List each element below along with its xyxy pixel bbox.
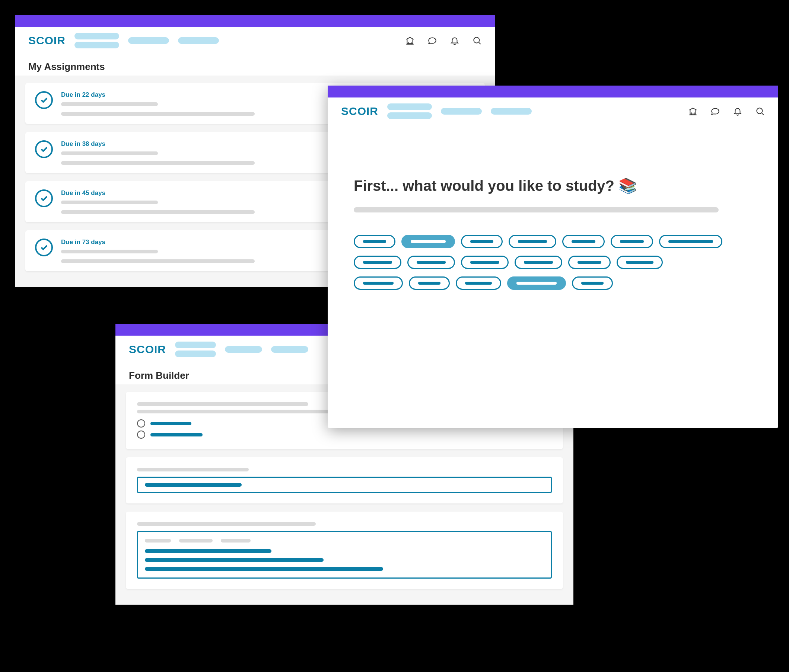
study-chip[interactable] <box>611 235 653 248</box>
study-chip[interactable] <box>354 256 401 269</box>
study-chip[interactable] <box>456 277 501 290</box>
study-chip[interactable] <box>354 235 395 248</box>
nav-item-active[interactable] <box>387 104 432 119</box>
study-chip[interactable] <box>568 256 611 269</box>
svg-point-0 <box>474 37 479 43</box>
skeleton-text <box>137 522 316 526</box>
study-chip[interactable] <box>514 256 562 269</box>
chip-group <box>354 256 752 269</box>
form-input-block <box>126 457 563 503</box>
skeleton-text <box>61 161 255 165</box>
skeleton-text <box>61 210 255 214</box>
skeleton-text <box>61 201 158 204</box>
check-circle-icon[interactable] <box>35 189 53 207</box>
study-chip[interactable] <box>354 277 403 290</box>
page-title: My Assignments <box>15 54 495 76</box>
textarea-content <box>145 558 324 562</box>
chat-icon[interactable] <box>711 107 720 116</box>
study-chip[interactable] <box>409 277 450 290</box>
check-circle-icon[interactable] <box>35 91 53 109</box>
study-prompt-window: SCOIR First... what would you like to st… <box>327 86 778 428</box>
radio-option[interactable] <box>137 430 552 439</box>
chip-label <box>363 240 386 243</box>
toolbar-item[interactable] <box>145 539 171 543</box>
chip-label <box>668 240 713 243</box>
study-chip[interactable] <box>461 256 509 269</box>
textarea-content <box>145 549 272 553</box>
nav-item[interactable] <box>225 346 262 353</box>
chip-label <box>620 240 644 243</box>
nav-item[interactable] <box>491 108 532 115</box>
logo: SCOIR <box>28 34 65 47</box>
chip-label <box>524 261 553 264</box>
chip-group <box>354 277 752 290</box>
study-chip[interactable] <box>572 277 613 290</box>
search-icon[interactable] <box>472 36 482 45</box>
navbar: SCOIR <box>327 97 778 125</box>
chip-label <box>411 240 446 243</box>
chip-label <box>418 282 441 285</box>
text-input[interactable] <box>137 477 552 493</box>
skeleton-text <box>137 402 308 406</box>
svg-point-1 <box>757 108 762 113</box>
study-chip[interactable] <box>507 277 566 290</box>
skeleton-text <box>137 468 249 471</box>
bank-icon[interactable] <box>688 107 698 116</box>
window-topbar <box>15 15 495 27</box>
nav-item[interactable] <box>128 37 169 44</box>
rich-textarea[interactable] <box>137 531 552 579</box>
nav-item[interactable] <box>441 108 482 115</box>
study-chip[interactable] <box>461 235 503 248</box>
window-topbar <box>327 86 778 97</box>
toolbar-item[interactable] <box>179 539 212 543</box>
chip-label <box>578 261 601 264</box>
study-chip[interactable] <box>509 235 556 248</box>
chip-label <box>581 282 604 285</box>
bell-icon[interactable] <box>733 107 743 116</box>
nav-item[interactable] <box>178 37 219 44</box>
navbar: SCOIR <box>15 27 495 54</box>
radio-label <box>150 422 192 425</box>
bank-icon[interactable] <box>405 36 415 45</box>
study-body: First... what would you like to study? 📚 <box>327 125 778 320</box>
chip-label <box>470 240 494 243</box>
skeleton-text <box>354 207 719 212</box>
check-circle-icon[interactable] <box>35 140 53 158</box>
study-chip[interactable] <box>562 235 605 248</box>
chip-label <box>465 282 492 285</box>
chip-label <box>363 282 394 285</box>
study-chip[interactable] <box>617 256 663 269</box>
study-chip[interactable] <box>659 235 722 248</box>
skeleton-text <box>61 260 255 263</box>
textarea-content <box>145 567 383 571</box>
skeleton-text <box>61 112 255 116</box>
chip-label <box>363 261 392 264</box>
toolbar-item[interactable] <box>221 539 251 543</box>
logo: SCOIR <box>341 105 378 118</box>
study-heading: First... what would you like to study? 📚 <box>354 177 752 194</box>
textarea-toolbar <box>145 539 544 543</box>
chip-label <box>518 240 547 243</box>
chat-icon[interactable] <box>428 36 437 45</box>
chip-label <box>516 282 557 285</box>
input-value <box>145 483 242 487</box>
chip-label <box>417 261 446 264</box>
nav-item-active[interactable] <box>75 33 119 48</box>
nav-item-active[interactable] <box>175 342 216 357</box>
chip-label <box>572 240 596 243</box>
study-chip[interactable] <box>401 235 455 248</box>
study-chip[interactable] <box>407 256 455 269</box>
nav-item[interactable] <box>271 346 308 353</box>
radio-label <box>150 433 203 436</box>
radio-icon[interactable] <box>137 430 145 439</box>
skeleton-text <box>61 102 158 106</box>
radio-icon[interactable] <box>137 419 145 428</box>
chip-group <box>354 235 752 248</box>
bell-icon[interactable] <box>450 36 460 45</box>
logo: SCOIR <box>129 343 166 356</box>
form-textarea-block <box>126 512 563 589</box>
search-icon[interactable] <box>755 107 765 116</box>
chip-label <box>470 261 499 264</box>
check-circle-icon[interactable] <box>35 239 53 256</box>
skeleton-text <box>61 151 158 155</box>
